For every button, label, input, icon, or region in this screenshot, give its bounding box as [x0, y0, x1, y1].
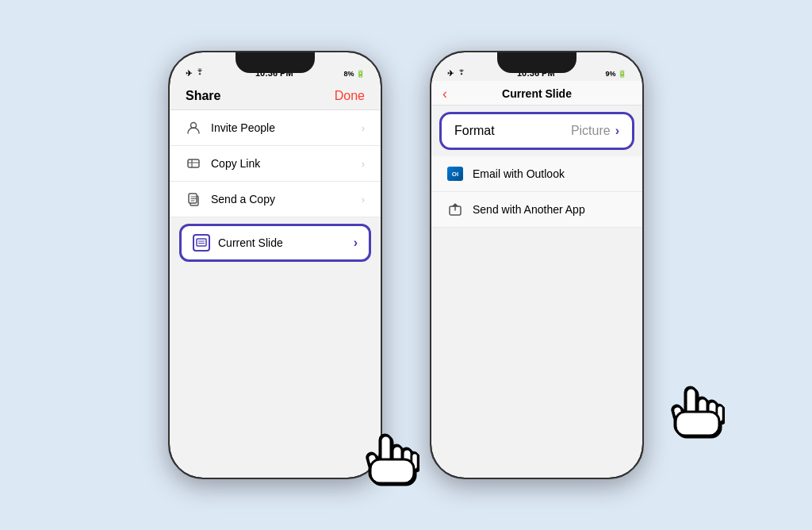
phone-screen-2: ✈ 10:36 PM 9% 🔋 ‹ Current Slide [431, 52, 642, 478]
invite-people-item[interactable]: Invite People › [170, 110, 381, 146]
sheet-header: Share Done [170, 81, 381, 110]
svg-rect-11 [403, 449, 412, 470]
battery-icon-1: 8% 🔋 [343, 70, 365, 78]
airplane-icon: ✈ [186, 69, 192, 78]
outlook-icon: Ol [447, 166, 463, 182]
airplane-icon-2: ✈ [447, 69, 454, 78]
email-outlook-item[interactable]: Ol Email with Outlook [431, 156, 642, 192]
svg-rect-16 [686, 388, 696, 416]
phone-content-2: ‹ Current Slide Format Picture › [431, 81, 642, 478]
svg-rect-10 [393, 446, 402, 470]
sheet-title: Share [186, 89, 220, 103]
svg-rect-6 [197, 239, 206, 246]
status-left-1: ✈ [186, 68, 205, 78]
status-right-1: 8% 🔋 [343, 70, 365, 78]
send-copy-label: Send a Copy [211, 193, 275, 205]
svg-rect-21 [676, 412, 719, 436]
time-display-1: 10:36 PM [255, 68, 293, 78]
time-display-2: 10:36 PM [517, 68, 555, 78]
svg-rect-19 [717, 405, 723, 422]
battery-icon-2: 9% 🔋 [605, 70, 626, 78]
email-outlook-label: Email with Outlook [473, 167, 565, 180]
phone-1: ✈ 10:36 PM 8% 🔋 Share Done [168, 51, 382, 479]
send-copy-item[interactable]: Send a Copy › [170, 182, 381, 217]
svg-rect-1 [188, 159, 199, 167]
status-bar-1: ✈ 10:36 PM 8% 🔋 [170, 52, 381, 81]
slide-icon [193, 234, 210, 252]
status-bar-2: ✈ 10:36 PM 9% 🔋 [431, 52, 642, 81]
svg-rect-17 [698, 398, 707, 422]
send-another-app-left: Send with Another App [447, 202, 585, 217]
copy-icon [186, 191, 201, 207]
nav-bar: ‹ Current Slide [431, 81, 642, 106]
link-icon [186, 156, 201, 171]
format-value: Picture › [571, 124, 619, 138]
current-slide-label: Current Slide [218, 236, 283, 249]
phone-frame-2: ✈ 10:36 PM 9% 🔋 ‹ Current Slide [430, 51, 644, 479]
invite-people-left: Invite People [186, 120, 275, 136]
status-left-2: ✈ [447, 68, 466, 78]
svg-rect-18 [708, 401, 717, 422]
cursor-2 [660, 384, 723, 455]
send-another-app-item[interactable]: Send with Another App [431, 192, 642, 228]
nav-title: Current Slide [502, 87, 572, 100]
phone-2: ✈ 10:36 PM 9% 🔋 ‹ Current Slide [430, 51, 644, 479]
done-button[interactable]: Done [335, 89, 365, 103]
copy-link-item[interactable]: Copy Link › [170, 146, 381, 182]
status-right-2: 9% 🔋 [605, 70, 626, 78]
format-row[interactable]: Format Picture › [439, 112, 634, 150]
format-chevron: › [615, 124, 619, 138]
email-outlook-left: Ol Email with Outlook [447, 166, 565, 182]
back-button[interactable]: ‹ [442, 86, 447, 102]
invite-people-label: Invite People [211, 121, 275, 134]
phone-screen-1: ✈ 10:36 PM 8% 🔋 Share Done [170, 52, 381, 478]
wifi-icon [195, 68, 205, 78]
svg-rect-12 [412, 453, 418, 470]
copy-link-label: Copy Link [211, 157, 260, 170]
chevron-icon-1: › [362, 122, 365, 134]
phone-content-1: Share Done Invite People › [170, 81, 381, 478]
chevron-icon-2: › [362, 158, 365, 170]
current-slide-row[interactable]: Current Slide › [179, 224, 371, 262]
person-icon [186, 120, 201, 136]
phone-frame-1: ✈ 10:36 PM 8% 🔋 Share Done [168, 51, 382, 479]
copy-link-left: Copy Link [186, 156, 260, 171]
svg-rect-20 [672, 405, 685, 423]
current-slide-chevron: › [354, 236, 358, 250]
wifi-icon-2 [457, 68, 466, 78]
picture-value: Picture [571, 124, 611, 138]
send-another-app-label: Send with Another App [473, 203, 585, 216]
send-copy-left: Send a Copy [186, 191, 275, 207]
format-label: Format [454, 124, 495, 138]
share-icon [447, 202, 463, 217]
current-slide-left: Current Slide [193, 234, 283, 252]
chevron-icon-3: › [362, 194, 365, 205]
